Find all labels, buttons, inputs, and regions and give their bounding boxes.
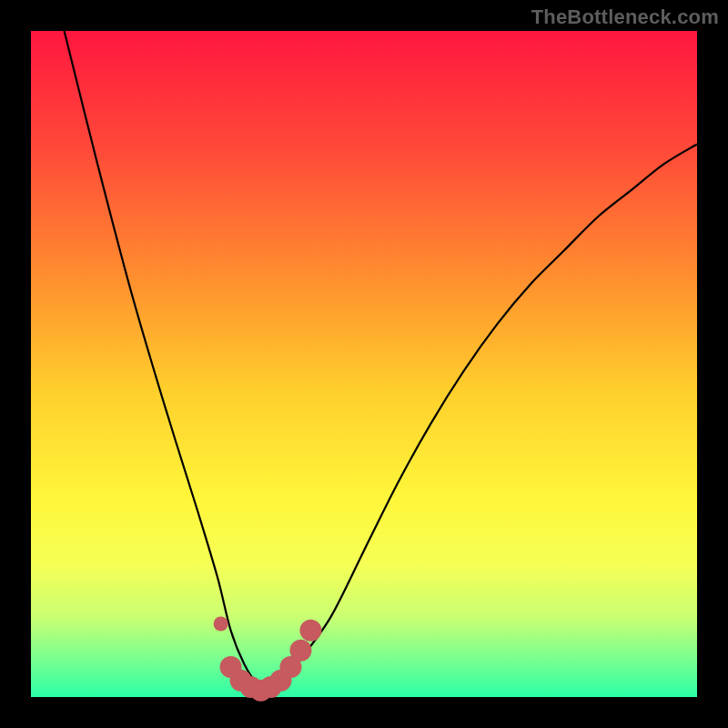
bottleneck-chart bbox=[0, 0, 728, 728]
plot-background bbox=[31, 31, 697, 697]
watermark-text: TheBottleneck.com bbox=[531, 5, 719, 29]
highlight-point bbox=[289, 640, 311, 662]
highlight-point bbox=[214, 616, 228, 631]
highlight-point bbox=[299, 620, 321, 642]
chart-frame: TheBottleneck.com bbox=[0, 0, 728, 728]
